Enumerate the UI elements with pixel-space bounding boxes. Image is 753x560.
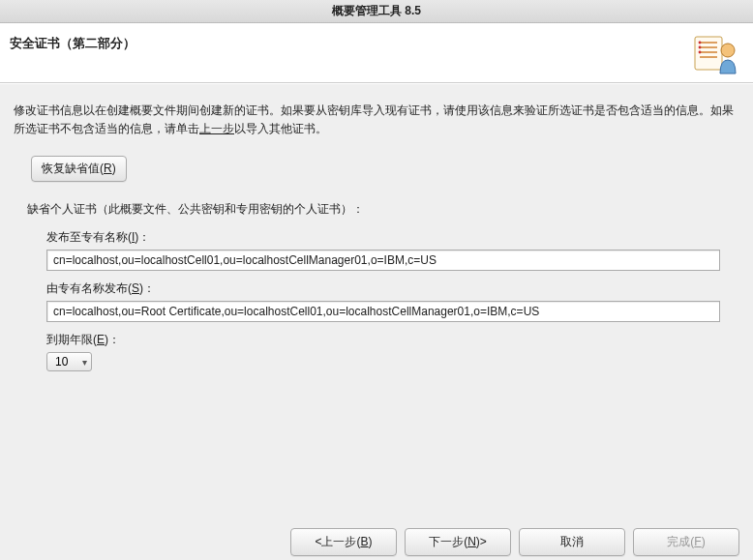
issued-to-label: 发布至专有名称(I)： [46, 229, 720, 246]
wizard-content: 修改证书信息以在创建概要文件期间创建新的证书。如果要从密钥库导入现有证书，请使用… [0, 83, 753, 517]
issued-by-label: 由专有名称发布(S)： [46, 280, 720, 297]
wizard-header: 安全证书（第二部分） [0, 23, 753, 83]
window-title: 概要管理工具 8.5 [0, 0, 753, 23]
back-button[interactable]: <上一步(B) [290, 528, 397, 556]
restore-defaults-button[interactable]: 恢复缺省值(R) [31, 156, 127, 182]
issued-by-input[interactable] [46, 301, 720, 322]
issued-to-input[interactable] [46, 250, 720, 271]
svg-point-6 [699, 46, 702, 49]
svg-point-8 [721, 44, 735, 57]
finish-button: 完成(F) [633, 528, 739, 556]
cancel-button[interactable]: 取消 [519, 528, 625, 556]
wizard-banner-icon [693, 33, 739, 75]
wizard-footer: <上一步(B) 下一步(N)> 取消 完成(F) [0, 517, 753, 560]
description-text: 修改证书信息以在创建概要文件期间创建新的证书。如果要从密钥库导入现有证书，请使用… [14, 102, 739, 138]
chevron-down-icon: ▾ [82, 357, 87, 368]
svg-point-7 [699, 51, 702, 54]
page-title: 安全证书（第二部分） [10, 35, 136, 52]
expiry-select[interactable]: 10 ▾ [46, 352, 92, 371]
expiry-label: 到期年限(E)： [46, 332, 720, 348]
next-button[interactable]: 下一步(N)> [405, 528, 511, 556]
section-label: 缺省个人证书（此概要文件、公共密钥和专用密钥的个人证书）： [27, 201, 739, 218]
svg-point-5 [699, 42, 702, 44]
